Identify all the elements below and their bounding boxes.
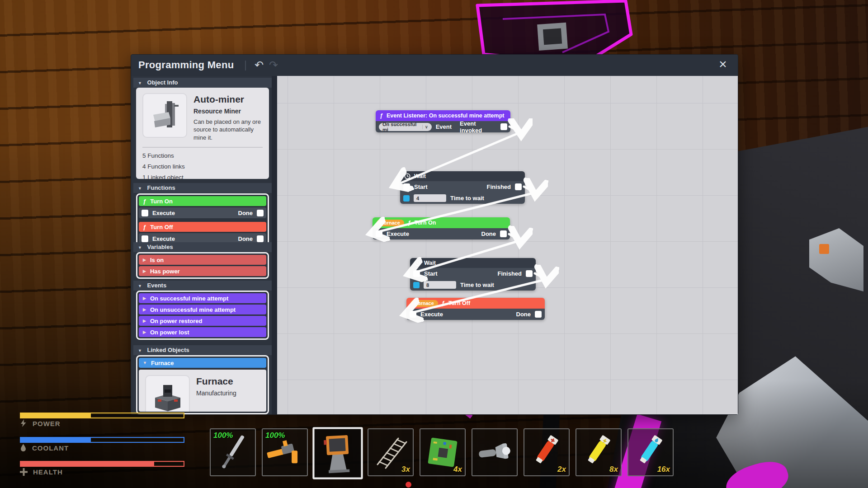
hotbar-slot-9[interactable]: 16x <box>627 428 674 476</box>
furnace-tag: Furnace <box>377 220 404 226</box>
node-wait-1[interactable]: Wait Start Finished 4 Time to wait <box>400 171 525 204</box>
section-linked-objects[interactable]: ▼ Linked Objects <box>133 345 272 355</box>
event-power-lost[interactable]: ▶ On power lost <box>139 327 266 337</box>
function-icon: ƒ <box>408 220 411 226</box>
node-row: Execute Done <box>406 309 545 320</box>
item-count: 4x <box>453 465 462 474</box>
expand-icon: ▶ <box>143 258 146 262</box>
node-row: Start Finished <box>410 268 536 279</box>
variable-is-on[interactable]: ▶ Is on <box>139 255 266 265</box>
execute-pin[interactable] <box>410 311 416 318</box>
variable-has-power[interactable]: ▶ Has power <box>139 266 266 276</box>
object-info-card: Auto-miner Resource Miner Can be placed … <box>136 88 269 179</box>
stat-functions: 5 Functions <box>142 150 263 161</box>
undo-icon[interactable]: ↶ <box>252 57 266 73</box>
item-count: 3x <box>401 465 410 474</box>
hotbar-slot-3-selected[interactable] <box>312 427 363 479</box>
chevron-down-icon: ∨ <box>422 125 428 129</box>
node-header: Furnace ƒ Turn Off <box>406 298 545 309</box>
done-pin[interactable] <box>257 210 264 216</box>
hotbar-slot-4[interactable]: 3x <box>368 428 414 476</box>
node-furnace-turn-on[interactable]: Furnace ƒ Turn On Execute Done <box>373 217 510 239</box>
done-pin[interactable] <box>257 235 264 242</box>
expand-icon: ▶ <box>143 307 146 312</box>
coolant-label-row: COOLANT <box>20 444 69 452</box>
done-pin[interactable] <box>500 230 507 237</box>
linked-object-title: Furnace <box>196 376 236 387</box>
power-bar-fill <box>21 413 91 418</box>
programming-menu-window: Programming Menu ↶ ↷ × ▼ Object Info <box>131 54 738 415</box>
furnace-icon <box>151 381 184 412</box>
item-count: 16x <box>657 465 670 474</box>
execute-pin[interactable] <box>376 230 382 237</box>
close-icon[interactable]: × <box>715 56 731 74</box>
finished-pin[interactable] <box>526 270 533 277</box>
node-row: 8 Time to wait <box>410 279 536 291</box>
start-pin[interactable] <box>403 183 410 190</box>
event-power-restored[interactable]: ▶ On power restored <box>139 316 266 326</box>
hotbar-slot-6[interactable] <box>472 428 518 476</box>
execute-pin[interactable] <box>142 210 148 216</box>
function-turn-off[interactable]: ƒ Turn Off <box>139 222 266 232</box>
clock-icon <box>414 260 420 266</box>
section-object-info[interactable]: ▼ Object Info <box>133 78 272 88</box>
stat-function-links: 4 Function links <box>142 161 263 172</box>
furnace-info-card: Furnace Manufacturing <box>139 370 266 412</box>
function-turn-on[interactable]: ƒ Turn On <box>139 196 266 206</box>
section-events[interactable]: ▼ Events <box>133 281 272 291</box>
node-header: Wait <box>410 258 536 268</box>
redo-icon[interactable]: ↷ <box>267 57 280 73</box>
event-unsuccessful-mine[interactable]: ▶ On unsuccessful mine attempt <box>139 305 266 314</box>
flashlight-icon <box>474 432 515 473</box>
node-header: Furnace ƒ Turn On <box>373 217 510 228</box>
event-dropdown[interactable]: On successful mi ∨ <box>379 123 432 131</box>
event-invoked-pin[interactable] <box>500 123 507 130</box>
durability-label: 100% <box>265 431 285 440</box>
lightning-icon <box>20 419 27 427</box>
finished-pin[interactable] <box>515 183 522 190</box>
coolant-bar <box>20 437 184 443</box>
auto-miner-thumbnail <box>142 93 187 138</box>
function-icon: ƒ <box>380 113 383 119</box>
hotbar-slot-2[interactable]: 100% <box>262 428 308 476</box>
hotbar: 100% 100% <box>210 428 674 478</box>
section-functions[interactable]: ▼ Functions <box>133 183 272 193</box>
object-category: Resource Miner <box>193 108 263 115</box>
expand-icon: ▶ <box>143 330 146 334</box>
collapse-icon: ▼ <box>138 284 142 288</box>
event-successful-mine[interactable]: ▶ On successful mine attempt <box>139 293 266 303</box>
done-pin[interactable] <box>535 311 542 318</box>
card-divider <box>142 147 263 148</box>
droplet-icon <box>20 444 27 452</box>
time-to-wait-input[interactable]: 8 <box>424 281 456 289</box>
node-header: ƒ Event Listener: On successful mine att… <box>376 110 510 121</box>
linked-furnace-header[interactable]: ▼ Furnace <box>139 358 266 368</box>
function-icon: ƒ <box>143 198 146 205</box>
node-event-listener[interactable]: ƒ Event Listener: On successful mine att… <box>376 110 510 132</box>
node-row: Execute Done <box>373 228 510 239</box>
expand-icon: ▶ <box>143 269 146 273</box>
furnace-tag: Furnace <box>410 300 438 307</box>
time-to-wait-input[interactable]: 4 <box>414 194 446 202</box>
node-wait-2[interactable]: Wait Start Finished 8 Time to wait <box>410 258 536 291</box>
window-title: Programming Menu <box>138 59 234 71</box>
value-pin[interactable] <box>413 282 420 288</box>
hotbar-slot-7[interactable]: 2x <box>524 428 570 476</box>
programming-terminal-icon <box>316 432 359 475</box>
section-variables[interactable]: ▼ Variables <box>133 242 272 252</box>
node-row: On successful mi ∨ Event Event invoked <box>376 121 510 132</box>
power-bar <box>20 413 184 418</box>
value-pin[interactable] <box>403 195 410 202</box>
hotbar-slot-5[interactable]: 4x <box>420 428 466 476</box>
hotbar-slot-8[interactable]: 8x <box>576 428 622 476</box>
node-furnace-turn-off[interactable]: Furnace ƒ Turn Off Execute Done <box>406 298 545 320</box>
start-pin[interactable] <box>413 270 420 277</box>
hotbar-slot-1[interactable]: 100% <box>210 428 256 476</box>
auto-miner-icon <box>149 99 181 132</box>
panel-scrollbar[interactable] <box>272 76 277 414</box>
collapse-icon: ▼ <box>138 348 142 353</box>
collapse-icon: ▼ <box>138 245 142 250</box>
function-icon: ƒ <box>143 224 146 230</box>
node-graph-canvas[interactable]: ƒ Event Listener: On successful mine att… <box>277 76 738 414</box>
execute-pin[interactable] <box>142 235 148 242</box>
